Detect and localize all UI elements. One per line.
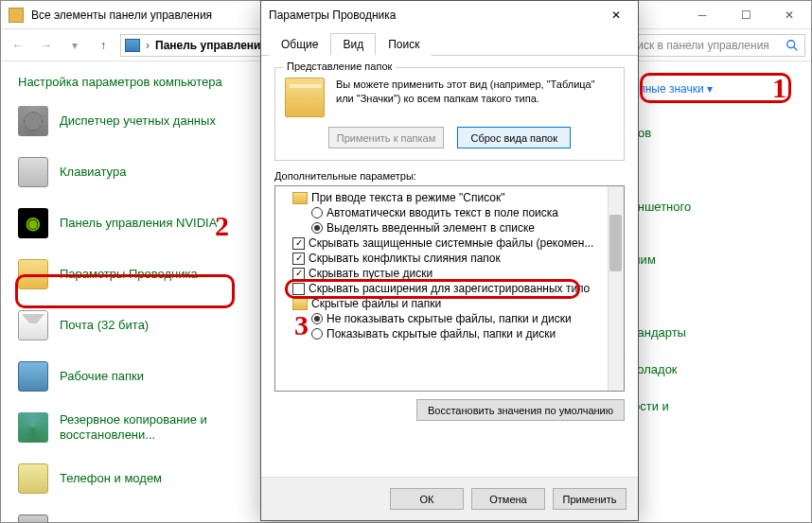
folder-icon xyxy=(292,192,308,204)
cp-item-label: Телефон и модем xyxy=(60,471,162,486)
tree-item-label: Не показывать скрытые файлы, папки и дис… xyxy=(327,312,572,325)
cp-item-icon: ◉ xyxy=(18,208,48,238)
cp-item-label: Рабочие папки xyxy=(60,369,144,384)
cancel-button[interactable]: Отмена xyxy=(471,488,545,510)
apply-button[interactable]: Применить xyxy=(553,488,627,510)
folder-view-group: Представление папок Вы можете применить … xyxy=(274,67,625,161)
tree-item-label: Скрывать пустые диски xyxy=(309,267,432,280)
group-text: Вы можете применить этот вид (например, … xyxy=(336,78,614,117)
tree-item-3[interactable]: ✓Скрывать защищенные системные файлы (ре… xyxy=(277,235,622,251)
checkbox-icon xyxy=(292,283,305,295)
apply-to-folders-button[interactable]: Применить к папкам xyxy=(328,127,445,148)
tree-item-5[interactable]: ✓Скрывать пустые диски xyxy=(277,266,622,281)
tree-item-label: Выделять введенный элемент в списке xyxy=(327,221,535,235)
checkbox-icon: ✓ xyxy=(292,237,305,250)
advanced-settings-tree[interactable]: При вводе текста в режиме "Список"Автома… xyxy=(274,185,625,392)
folder-icon xyxy=(292,298,308,310)
tree-item-label: Автоматически вводить текст в поле поиск… xyxy=(327,206,558,219)
tree-item-label: Показывать скрытые файлы, папки и диски xyxy=(327,327,556,340)
cp-item-icon xyxy=(18,463,48,494)
radio-icon xyxy=(311,313,323,324)
reset-folders-button[interactable]: Сброс вида папок xyxy=(457,127,571,148)
cp-item-label: Клавиатура xyxy=(60,165,126,180)
tree-item-label: Скрытые файлы и папки xyxy=(311,297,441,310)
cp-item-7[interactable]: Телефон и модем xyxy=(18,463,245,494)
dialog-footer: ОК Отмена Применить xyxy=(261,477,638,520)
cp-item-label: Параметры Проводника xyxy=(60,267,198,282)
tree-item-1[interactable]: Автоматически вводить текст в поле поиск… xyxy=(277,205,622,220)
cp-item-5[interactable]: Рабочие папки xyxy=(18,361,245,392)
cp-item-icon xyxy=(18,310,48,340)
tree-item-8[interactable]: Не показывать скрытые файлы, папки и дис… xyxy=(277,311,622,326)
tree-item-label: Скрывать конфликты слияния папок xyxy=(309,252,501,265)
radio-icon xyxy=(311,222,323,234)
tree-item-9[interactable]: Показывать скрытые файлы, папки и диски xyxy=(277,326,622,341)
dialog-titlebar: Параметры Проводника ✕ xyxy=(261,1,638,29)
up-button[interactable]: ↑ xyxy=(92,34,115,57)
minimize-button[interactable]: ─ xyxy=(680,1,724,29)
cp-item-4[interactable]: Почта (32 бита) xyxy=(18,310,245,340)
tree-item-4[interactable]: ✓Скрывать конфликты слияния папок xyxy=(277,251,622,266)
radio-icon xyxy=(311,328,323,340)
ok-button[interactable]: ОК xyxy=(390,488,464,510)
tree-item-label: Скрывать расширения для зарегистрированн… xyxy=(309,282,590,295)
cp-item-1[interactable]: Клавиатура xyxy=(18,157,245,187)
breadcrumb[interactable]: Панель управления xyxy=(155,39,267,52)
close-button[interactable]: ✕ xyxy=(768,1,811,29)
history-dropdown[interactable]: ▾ xyxy=(63,34,86,57)
tree-item-2[interactable]: Выделять введенный элемент в списке xyxy=(277,220,622,235)
cp-item-label: Резервное копирование и восстановлени... xyxy=(60,412,230,442)
cp-item-icon xyxy=(18,259,48,289)
tab-Поиск[interactable]: Поиск xyxy=(376,33,432,56)
cp-item-2[interactable]: ◉Панель управления NVIDIA xyxy=(18,208,245,238)
tree-item-label: Скрывать защищенные системные файлы (рек… xyxy=(309,236,593,250)
checkbox-icon: ✓ xyxy=(292,268,305,280)
search-icon xyxy=(786,39,799,52)
cp-item-icon xyxy=(18,157,48,187)
checkbox-icon: ✓ xyxy=(292,253,305,265)
forward-button[interactable]: → xyxy=(35,34,58,57)
dialog-tabs: ОбщиеВидПоиск xyxy=(261,32,638,56)
tab-Вид[interactable]: Вид xyxy=(330,33,376,56)
cp-item-label: Панель управления NVIDIA xyxy=(60,216,217,231)
cp-item-0[interactable]: Диспетчер учетных данных xyxy=(18,106,245,136)
cp-item-icon xyxy=(18,412,48,443)
tab-Общие[interactable]: Общие xyxy=(269,33,330,56)
cp-item-icon xyxy=(18,106,48,136)
dialog-close-button[interactable]: ✕ xyxy=(602,3,630,27)
tree-item-label: При вводе текста в режиме "Список" xyxy=(311,191,505,204)
tree-item-0[interactable]: При вводе текста в режиме "Список" xyxy=(277,190,622,205)
dialog-title: Параметры Проводника xyxy=(269,9,602,22)
scrollbar-thumb[interactable] xyxy=(609,215,622,271)
radio-icon xyxy=(311,207,323,218)
advanced-label: Дополнительные параметры: xyxy=(274,170,625,182)
search-input[interactable]: Поиск в панели управления xyxy=(616,34,805,57)
tree-item-6[interactable]: Скрывать расширения для зарегистрированн… xyxy=(277,281,622,296)
cp-item-3[interactable]: Параметры Проводника xyxy=(18,259,245,289)
folder-options-dialog: Параметры Проводника ✕ ОбщиеВидПоиск Пре… xyxy=(260,0,639,521)
svg-point-0 xyxy=(787,40,795,47)
control-panel-icon xyxy=(125,39,140,52)
cp-item-label: Почта (32 бита) xyxy=(60,318,149,333)
cp-item-8[interactable]: Устройства и принтеры xyxy=(18,514,245,522)
search-placeholder: Поиск в панели управления xyxy=(623,39,769,52)
tree-item-7[interactable]: Скрытые файлы и папки xyxy=(277,296,622,311)
svg-line-1 xyxy=(794,46,798,50)
restore-defaults-button[interactable]: Восстановить значения по умолчанию xyxy=(416,399,625,421)
group-legend: Представление папок xyxy=(283,61,396,72)
cp-item-6[interactable]: Резервное копирование и восстановлени... xyxy=(18,412,245,443)
back-button[interactable]: ← xyxy=(7,34,29,57)
app-icon xyxy=(9,8,24,23)
cp-item-label: Диспетчер учетных данных xyxy=(60,113,216,129)
maximize-button[interactable]: ☐ xyxy=(724,1,768,29)
tree-scrollbar[interactable] xyxy=(608,186,624,391)
cp-item-icon xyxy=(18,514,48,522)
cp-item-icon xyxy=(18,361,48,392)
folder-icon xyxy=(285,78,325,117)
